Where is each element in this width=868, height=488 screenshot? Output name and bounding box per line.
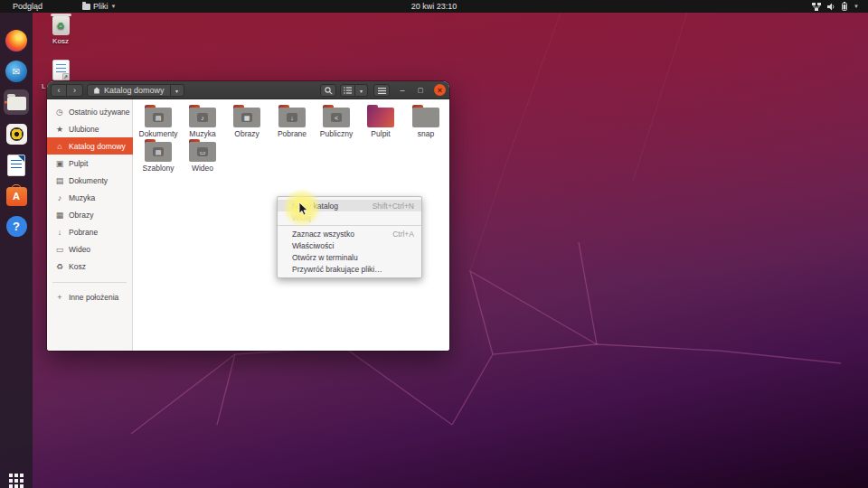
home-icon: ⌂: [55, 142, 64, 151]
desktop-trash-icon[interactable]: ♻ Kosz: [41, 16, 80, 45]
file-folder-pictures[interactable]: ▦ Obrazy: [225, 105, 269, 138]
dock-rhythmbox-button[interactable]: [4, 121, 29, 146]
folder-icon: ▤: [145, 139, 172, 162]
sidebar-item-pictures[interactable]: ▦ Obrazy: [47, 206, 133, 223]
sidebar-item-home[interactable]: ⌂ Katalog domowy: [47, 137, 133, 155]
volume-icon: [827, 3, 835, 11]
file-folder-videos[interactable]: ▭ Wideo: [181, 139, 224, 173]
sidebar-item-label: Katalog domowy: [69, 142, 126, 151]
menu-item-label: Otwórz w terminalu: [292, 253, 358, 262]
dock-libreoffice-writer-button[interactable]: [4, 153, 29, 178]
menu-item-open-in-terminal[interactable]: Otwórz w terminalu: [278, 251, 421, 263]
current-location-button[interactable]: Katalog domowy: [87, 84, 171, 97]
folder-icon: ↓: [278, 105, 306, 127]
folder-icon: ▦: [233, 105, 260, 127]
view-mode-button[interactable]: [340, 84, 355, 97]
file-label: snap: [404, 129, 448, 138]
sidebar-item-desktop[interactable]: ▣ Pulpit: [47, 155, 133, 172]
chevron-down-icon: ▼: [854, 4, 859, 9]
plus-icon: +: [55, 293, 64, 302]
activities-button[interactable]: Podgląd: [0, 0, 55, 13]
sidebar: ◷ Ostatnio używane ★ Ulubione ⌂ Katalog …: [47, 99, 133, 351]
minimize-button[interactable]: –: [396, 84, 409, 97]
list-view-icon: [344, 87, 352, 94]
file-label: Wideo: [181, 164, 224, 173]
file-folder-public[interactable]: < Publiczny: [315, 105, 358, 138]
clock[interactable]: 20 kwi 23:10: [0, 2, 868, 11]
sidebar-item-label: Inne położenia: [69, 293, 118, 302]
file-folder-music[interactable]: ♪ Muzyka: [181, 105, 224, 138]
folder-icon: [412, 105, 439, 127]
top-bar: Podgląd Pliki ▼ 20 kwi 23:10 ▼: [0, 0, 868, 13]
sidebar-item-label: Ostatnio używane: [69, 108, 130, 117]
trash-icon: ♻: [52, 16, 70, 35]
dock-ubuntu-software-button[interactable]: A: [4, 183, 29, 208]
nav-buttons: ‹ ›: [51, 84, 83, 97]
menu-item-label: Przywróć brakujące pliki…: [292, 265, 382, 274]
folder-icon: [367, 105, 394, 127]
trash-label: Kosz: [41, 37, 80, 45]
search-button[interactable]: [320, 84, 336, 97]
desktop-icon: ▣: [55, 159, 64, 168]
sidebar-item-starred[interactable]: ★ Ulubione: [47, 120, 133, 137]
folder-icon: [82, 4, 90, 10]
file-folder-templates[interactable]: ▤ Szablony: [137, 139, 180, 173]
forward-button[interactable]: ›: [67, 84, 83, 97]
music-note-icon: ♪: [55, 193, 64, 202]
sidebar-item-downloads[interactable]: ↓ Pobrane: [47, 223, 133, 240]
libreoffice-writer-icon: [7, 155, 25, 176]
menu-item-select-all[interactable]: Zaznacz wszystko Ctrl+A: [278, 228, 421, 239]
menu-item-properties[interactable]: Właściwości: [278, 239, 421, 251]
network-icon: [812, 3, 821, 11]
battery-icon: [842, 2, 847, 11]
view-options-dropdown-button[interactable]: ▾: [355, 84, 368, 97]
path-bar: Katalog domowy ▾: [87, 84, 184, 97]
path-dropdown-button[interactable]: ▾: [171, 84, 184, 97]
file-folder-downloads[interactable]: ↓ Pobrane: [270, 105, 314, 138]
sidebar-item-trash[interactable]: ♻ Kosz: [47, 258, 133, 275]
image-icon: ▦: [55, 211, 64, 220]
folder-icon: ▭: [189, 139, 216, 162]
dock-firefox-button[interactable]: [4, 28, 29, 53]
trash-icon: ♻: [55, 262, 64, 271]
dock-thunderbird-button[interactable]: ✉: [4, 59, 29, 84]
app-menu-label: Pliki: [93, 2, 108, 11]
folder-icon: ♪: [189, 105, 216, 127]
menu-button[interactable]: [373, 84, 390, 97]
back-button[interactable]: ‹: [51, 84, 67, 97]
document-shortcut-icon: ↗: [52, 60, 70, 80]
dock: ✉ A ?: [0, 13, 33, 488]
header-bar: ‹ › Katalog domowy ▾: [47, 81, 449, 99]
thunderbird-icon: ✉: [5, 61, 27, 82]
file-folder-desktop[interactable]: Pulpit: [359, 105, 402, 138]
maximize-button[interactable]: ▢: [414, 84, 427, 97]
dock-help-button[interactable]: ?: [4, 213, 29, 239]
sidebar-item-label: Pobrane: [69, 228, 98, 237]
sidebar-item-label: Pulpit: [69, 159, 88, 168]
sidebar-item-other-locations[interactable]: + Inne położenia: [47, 288, 133, 305]
file-label: Obrazy: [225, 129, 269, 138]
show-applications-button[interactable]: [7, 472, 25, 488]
menu-item-new-folder[interactable]: Nowy katalog Shift+Ctrl+N: [278, 200, 421, 211]
file-folder-snap[interactable]: snap: [404, 105, 448, 138]
download-icon: ↓: [55, 228, 64, 237]
menu-shortcut: Ctrl+A: [392, 230, 414, 239]
folder-icon: ▤: [145, 105, 172, 127]
sidebar-item-recent[interactable]: ◷ Ostatnio używane: [47, 103, 133, 120]
files-icon: [7, 97, 26, 110]
home-icon: [93, 87, 100, 94]
sidebar-item-music[interactable]: ♪ Muzyka: [47, 189, 133, 206]
sidebar-separator: [52, 282, 127, 283]
sidebar-item-documents[interactable]: ▤ Dokumenty: [47, 172, 133, 189]
file-folder-documents[interactable]: ▤ Dokumenty: [137, 105, 180, 138]
path-label: Katalog domowy: [104, 86, 165, 95]
dock-files-button[interactable]: [4, 89, 29, 115]
system-status-menu[interactable]: ▼: [812, 0, 868, 13]
sidebar-item-label: Muzyka: [69, 193, 95, 202]
sidebar-item-videos[interactable]: ▭ Wideo: [47, 240, 133, 258]
file-label: Pulpit: [359, 129, 402, 138]
app-menu-button[interactable]: Pliki ▼: [75, 0, 123, 13]
file-label: Muzyka: [181, 129, 224, 138]
close-button[interactable]: ×: [434, 84, 446, 96]
menu-item-restore-missing-files[interactable]: Przywróć brakujące pliki…: [278, 263, 421, 275]
